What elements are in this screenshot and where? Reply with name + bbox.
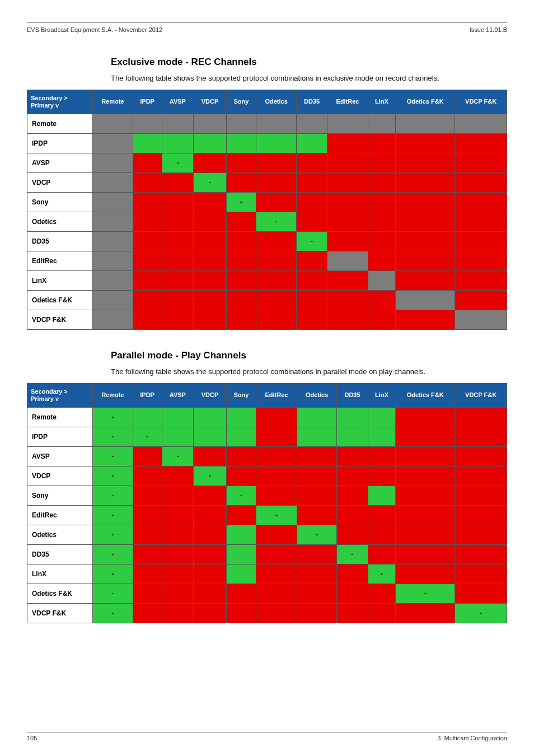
section-a-title: Exclusive mode - REC Channels — [111, 57, 507, 68]
matrix-cell — [256, 427, 297, 446]
matrix-cell — [256, 133, 297, 153]
matrix-cell — [337, 564, 368, 584]
matrix-cell — [455, 172, 507, 192]
col-header: Odetics F&K — [396, 383, 455, 407]
col-header: VDCP F&K — [455, 383, 507, 407]
matrix-cell — [226, 446, 256, 466]
col-header: EditRec — [256, 383, 297, 407]
matrix-cell — [256, 114, 297, 133]
matrix-cell — [226, 584, 256, 603]
matrix-cell — [162, 525, 194, 544]
matrix-cell: - — [368, 564, 395, 584]
col-header: VDCP F&K — [455, 90, 507, 114]
matrix-cell — [296, 251, 327, 270]
matrix-cell — [194, 153, 227, 172]
matrix-cell — [296, 153, 327, 172]
matrix-cell — [337, 603, 368, 623]
matrix-cell — [396, 251, 455, 270]
matrix-cell — [327, 153, 368, 172]
matrix-cell — [396, 407, 455, 427]
matrix-cell — [162, 505, 194, 525]
col-header: Sony — [226, 90, 256, 114]
matrix-cell — [133, 310, 162, 329]
matrix-cell — [455, 564, 507, 584]
row-label: Odetics F&K — [27, 290, 93, 310]
matrix-cell — [162, 114, 194, 133]
matrix-cell — [327, 192, 368, 212]
matrix-cell — [396, 270, 455, 290]
matrix-cell — [337, 466, 368, 486]
matrix-cell — [194, 505, 227, 525]
matrix-cell — [133, 133, 162, 153]
row-label: Odetics — [27, 212, 93, 231]
matrix-cell — [368, 427, 395, 446]
col-header: VDCP — [194, 383, 227, 407]
section-a-desc: The following table shows the supported … — [111, 73, 507, 84]
matrix-cell: - — [133, 427, 162, 446]
matrix-cell — [194, 290, 227, 310]
matrix-cell — [194, 231, 227, 251]
matrix-cell — [368, 525, 395, 544]
matrix-cell — [226, 466, 256, 486]
matrix-cell — [337, 486, 368, 505]
matrix-cell — [396, 564, 455, 584]
matrix-cell — [455, 525, 507, 544]
matrix-cell — [133, 114, 162, 133]
matrix-cell — [93, 310, 133, 329]
matrix-cell — [133, 584, 162, 603]
matrix-cell — [133, 290, 162, 310]
matrix-cell: - — [93, 564, 133, 584]
matrix-cell — [194, 310, 227, 329]
matrix-cell: - — [194, 466, 227, 486]
matrix-cell — [297, 427, 337, 446]
matrix-cell: - — [455, 603, 507, 623]
matrix-cell — [396, 212, 455, 231]
matrix-cell — [194, 251, 227, 270]
matrix-cell — [256, 290, 297, 310]
matrix-cell — [194, 564, 227, 584]
matrix-cell — [194, 427, 227, 446]
matrix-cell — [93, 114, 133, 133]
matrix-cell — [455, 584, 507, 603]
matrix-cell — [256, 172, 297, 192]
matrix-cell — [297, 603, 337, 623]
matrix-cell — [327, 231, 368, 251]
matrix-cell — [226, 310, 256, 329]
matrix-cell — [93, 231, 133, 251]
matrix-cell — [368, 446, 395, 466]
matrix-cell — [297, 505, 337, 525]
matrix-cell — [93, 212, 133, 231]
matrix-cell — [297, 446, 337, 466]
row-label: VDCP — [27, 466, 93, 486]
matrix-cell — [93, 192, 133, 212]
matrix-cell — [162, 172, 194, 192]
matrix-cell — [133, 544, 162, 564]
matrix-cell — [194, 407, 227, 427]
matrix-cell — [396, 290, 455, 310]
col-header: LinX — [368, 383, 395, 407]
matrix-cell — [327, 251, 368, 270]
matrix-cell — [297, 564, 337, 584]
matrix-cell — [194, 584, 227, 603]
matrix-cell — [368, 153, 395, 172]
matrix-cell — [296, 192, 327, 212]
row-label: VDCP F&K — [27, 603, 93, 623]
matrix-cell — [133, 525, 162, 544]
matrix-cell — [133, 407, 162, 427]
matrix-cell — [162, 466, 194, 486]
matrix-cell — [396, 486, 455, 505]
matrix-cell — [133, 486, 162, 505]
matrix-cell — [226, 251, 256, 270]
matrix-cell: - — [226, 192, 256, 212]
matrix-cell: - — [93, 446, 133, 466]
matrix-cell — [162, 290, 194, 310]
matrix-cell — [93, 290, 133, 310]
matrix-cell — [162, 544, 194, 564]
matrix-cell — [162, 251, 194, 270]
col-header: Remote — [93, 90, 133, 114]
matrix-cell — [133, 231, 162, 251]
matrix-cell — [455, 270, 507, 290]
matrix-cell — [226, 172, 256, 192]
matrix-cell — [327, 290, 368, 310]
matrix-cell — [396, 466, 455, 486]
